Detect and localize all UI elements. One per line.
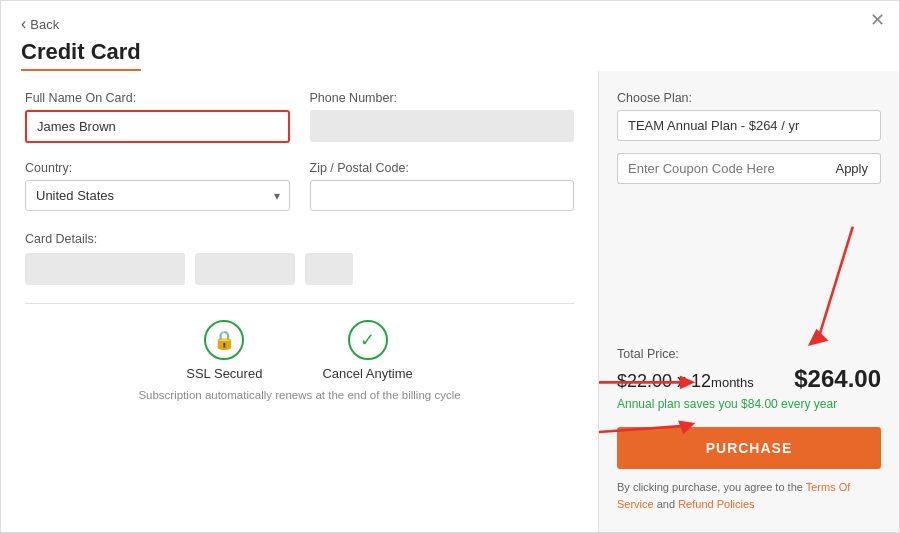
- subscription-note: Subscription automatically renews at the…: [138, 389, 460, 401]
- svg-line-0: [818, 227, 853, 339]
- phone-label: Phone Number:: [310, 91, 575, 105]
- country-group: Country: United States Canada United Kin…: [25, 161, 290, 211]
- phone-input-mock: [310, 110, 575, 142]
- price-row: $22.00 x 12months $264.00: [617, 365, 881, 393]
- name-phone-row: Full Name On Card: Phone Number:: [25, 91, 574, 143]
- country-label: Country:: [25, 161, 290, 175]
- zip-input[interactable]: [310, 180, 575, 211]
- plan-select[interactable]: TEAM Annual Plan - $264 / yr: [617, 110, 881, 141]
- total-price: $264.00: [794, 365, 881, 393]
- page-title: Credit Card: [21, 39, 141, 71]
- price-section: Total Price: $22.00 x 12months $264.00 A…: [617, 327, 881, 512]
- purchase-button[interactable]: PURCHASE: [617, 427, 881, 469]
- cancel-anytime-item: ✓ Cancel Anytime: [322, 320, 412, 381]
- full-name-input[interactable]: [25, 110, 290, 143]
- terms-text: By clicking purchase, you agree to the T…: [617, 479, 881, 512]
- modal-header: Back Credit Card ✕: [1, 1, 899, 71]
- modal-body: Full Name On Card: Phone Number: Country…: [1, 71, 899, 532]
- country-zip-row: Country: United States Canada United Kin…: [25, 161, 574, 211]
- card-details-label: Card Details:: [25, 232, 97, 246]
- ssl-label: SSL Secured: [186, 366, 262, 381]
- card-details-row: Card Details:: [25, 229, 574, 285]
- ssl-icon: 🔒: [204, 320, 244, 360]
- card-number-input: [25, 253, 185, 285]
- savings-text: Annual plan saves you $84.00 every year: [617, 397, 881, 411]
- card-fields: [25, 253, 574, 285]
- card-expiry-input: [195, 253, 295, 285]
- plan-label: Choose Plan:: [617, 91, 881, 105]
- checkmark-icon: ✓: [348, 320, 388, 360]
- total-price-label: Total Price:: [617, 347, 881, 361]
- security-section: 🔒 SSL Secured ✓ Cancel Anytime Subscript…: [25, 303, 574, 417]
- security-icons: 🔒 SSL Secured ✓ Cancel Anytime: [186, 320, 412, 381]
- monthly-price: $22.00 x 12months: [617, 371, 754, 392]
- country-select-wrapper: United States Canada United Kingdom Aust…: [25, 180, 290, 211]
- ssl-secured-item: 🔒 SSL Secured: [186, 320, 262, 381]
- card-cvv-input: [305, 253, 353, 285]
- back-link[interactable]: Back: [21, 15, 879, 33]
- full-name-group: Full Name On Card:: [25, 91, 290, 143]
- zip-label: Zip / Postal Code:: [310, 161, 575, 175]
- left-panel: Full Name On Card: Phone Number: Country…: [1, 71, 599, 532]
- phone-group: Phone Number:: [310, 91, 575, 143]
- cancel-label: Cancel Anytime: [322, 366, 412, 381]
- months-label: months: [711, 375, 754, 390]
- zip-group: Zip / Postal Code:: [310, 161, 575, 211]
- apply-button[interactable]: Apply: [823, 153, 881, 184]
- modal-container: Back Credit Card ✕ Full Name On Card: Ph…: [0, 0, 900, 533]
- coupon-input[interactable]: [617, 153, 823, 184]
- close-button[interactable]: ✕: [870, 11, 885, 29]
- refund-policies-link[interactable]: Refund Policies: [678, 498, 754, 510]
- full-name-label: Full Name On Card:: [25, 91, 290, 105]
- coupon-row: Apply: [617, 153, 881, 184]
- country-select[interactable]: United States Canada United Kingdom Aust…: [25, 180, 290, 211]
- right-panel: Choose Plan: TEAM Annual Plan - $264 / y…: [599, 71, 899, 532]
